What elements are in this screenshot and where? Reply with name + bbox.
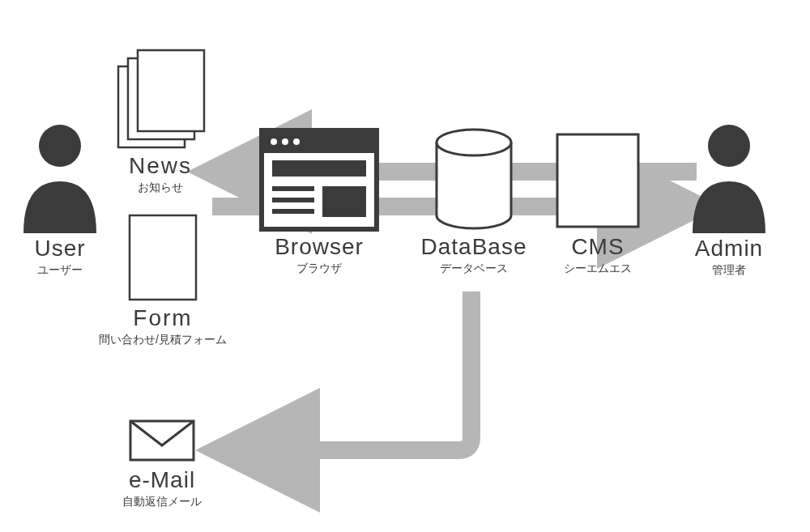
cms-subtitle: シーエムエス [544,262,651,275]
svg-rect-14 [272,209,314,214]
svg-point-18 [708,125,750,167]
svg-rect-12 [272,186,314,191]
mail-icon [126,416,198,465]
news-subtitle: お知らせ [96,181,225,194]
email-subtitle: 自動返信メール [91,495,233,509]
person-icon [693,112,765,233]
svg-rect-3 [138,50,204,131]
node-email: e-Mail 自動返信メール [91,413,233,509]
svg-point-8 [271,138,277,145]
browser-icon [259,128,379,232]
node-news: News お知らせ [96,47,225,194]
svg-point-16 [437,130,511,155]
form-subtitle: 問い合わせ/見積フォーム [73,333,253,347]
svg-rect-4 [130,215,196,300]
news-title: News [96,154,225,179]
svg-rect-15 [322,186,366,217]
database-title: DataBase [408,235,539,260]
node-browser: Browser ブラウザ [251,128,387,275]
pages-icon [112,47,209,151]
form-title: Form [73,306,253,331]
admin-subtitle: 管理者 [677,263,781,277]
page-icon [126,212,199,303]
arrow-db-to-email [220,292,471,450]
svg-rect-17 [557,134,638,227]
cms-title: CMS [544,235,651,260]
svg-point-0 [39,125,81,167]
admin-title: Admin [677,236,781,262]
database-subtitle: データベース [408,262,539,275]
box-icon [552,130,643,232]
node-form: Form 問い合わせ/見積フォーム [73,212,253,347]
browser-title: Browser [251,235,387,260]
email-title: e-Mail [91,468,233,493]
cylinder-icon [430,126,518,232]
browser-subtitle: ブラウザ [251,262,387,275]
svg-rect-13 [272,198,314,202]
node-database: DataBase データベース [408,126,539,275]
svg-rect-11 [272,160,366,177]
svg-rect-7 [262,130,377,153]
svg-point-9 [282,138,288,145]
svg-point-10 [293,138,300,145]
node-admin: Admin 管理者 [677,112,781,277]
node-cms: CMS シーエムエス [544,130,651,275]
